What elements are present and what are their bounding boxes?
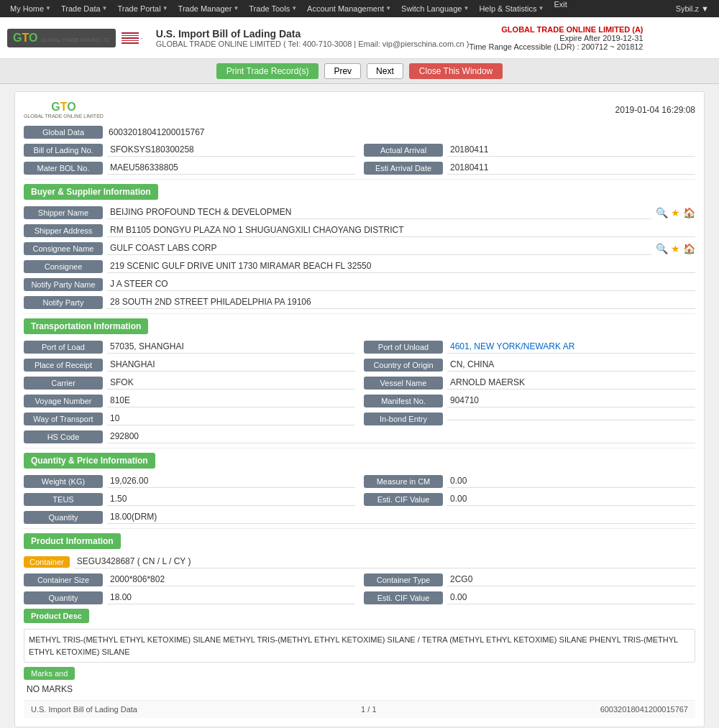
- nav-my-home[interactable]: My Home ▼: [6, 0, 55, 17]
- consignee-name-row: Consignee Name GULF COAST LABS CORP 🔍 ★ …: [24, 241, 695, 255]
- product-cif-value: 0.00: [447, 591, 695, 604]
- hs-code-value: 292800: [107, 430, 695, 443]
- quantity-label: Quantity: [24, 511, 103, 524]
- container-size-type-row: Container Size 2000*806*802 Container Ty…: [24, 573, 695, 586]
- header-bar: GTO GLOBAL TRADE ONLINE LTD - U.S. Impor…: [0, 17, 719, 59]
- consignee-icons: 🔍 ★ 🏠: [656, 243, 695, 254]
- consignee-row: Consignee 219 SCENIC GULF DRIVE UNIT 173…: [24, 259, 695, 273]
- product-desc-text: METHYL TRIS-(METHYL ETHYL KETOXIME) SILA…: [24, 629, 695, 663]
- port-load-value: 57035, SHANGHAI: [107, 340, 355, 354]
- top-navigation: My Home ▼ Trade Data ▼ Trade Portal ▼ Tr…: [0, 0, 719, 17]
- product-qty-label: Quantity: [24, 591, 103, 604]
- shipper-home-icon[interactable]: 🏠: [683, 207, 695, 218]
- inbond-value: [447, 417, 695, 420]
- consignee-name-value: GULF COAST LABS CORP: [107, 241, 651, 255]
- card-footer-id: 60032018041200015767: [600, 705, 688, 714]
- esti-arrival-label: Esti Arrival Date: [364, 162, 443, 175]
- main-content: GTO GLOBAL TRADE ONLINE LIMITED 2019-01-…: [0, 84, 719, 728]
- nav-switch-language[interactable]: Switch Language ▼: [397, 0, 473, 17]
- place-receipt-value: SHANGHAI: [107, 358, 355, 372]
- card-logo: GTO GLOBAL TRADE ONLINE LIMITED: [24, 101, 104, 119]
- nav-trade-portal[interactable]: Trade Portal ▼: [114, 0, 173, 17]
- inbond-label: In-bond Entry: [364, 413, 443, 425]
- way-transport-value: 10: [107, 412, 355, 425]
- weight-label: Weight (KG): [24, 475, 103, 488]
- bol-col: Bill of Lading No. SFOKSYS180300258: [24, 143, 355, 157]
- notify-party-value: 28 SOUTH 2ND STREET PHILADELPHIA PA 1910…: [107, 295, 695, 309]
- vessel-name-value: ARNOLD MAERSK: [447, 376, 695, 390]
- container-type-label: Container Type: [364, 573, 443, 586]
- container-type-value: 2CG0: [447, 573, 695, 586]
- voyage-value: 810E: [107, 394, 355, 407]
- nav-trade-manager[interactable]: Trade Manager ▼: [174, 0, 244, 17]
- expire-date: Expire After 2019-12-31: [469, 34, 643, 42]
- shipper-star-icon[interactable]: ★: [671, 207, 680, 218]
- receipt-origin-row: Place of Receipt SHANGHAI Country of Ori…: [24, 358, 695, 372]
- bol-label: Bill of Lading No.: [24, 144, 103, 157]
- global-data-label: Global Data: [24, 126, 103, 139]
- master-bol-col: Mater BOL No. MAEU586338805: [24, 161, 355, 175]
- nav-trade-data[interactable]: Trade Data ▼: [57, 0, 112, 17]
- container-row: Container SEGU3428687 ( CN / L / CY ): [24, 555, 695, 568]
- product-cif-label: Esti. CIF Value: [364, 591, 443, 604]
- product-desc-label: Product Desc: [24, 609, 89, 623]
- esti-arrival-value: 20180411: [447, 161, 695, 175]
- notify-party-name-label: Notify Party Name: [24, 278, 103, 291]
- buyer-supplier-header: Buyer & Supplier Information: [24, 184, 158, 200]
- product-info-section: Product Information Container SEGU342868…: [24, 533, 695, 696]
- prev-button-top[interactable]: Prev: [324, 63, 361, 79]
- voyage-label: Voyage Number: [24, 395, 103, 407]
- notify-party-name-row: Notify Party Name J A STEER CO: [24, 277, 695, 291]
- notify-party-name-value: J A STEER CO: [107, 277, 695, 291]
- next-button-top[interactable]: Next: [367, 63, 403, 79]
- carrier-vessel-row: Carrier SFOK Vessel Name ARNOLD MAERSK: [24, 376, 695, 390]
- quantity-row: Quantity 18.00(DRM): [24, 510, 695, 524]
- logo-text: GTO: [13, 32, 41, 44]
- consignee-home-icon[interactable]: 🏠: [683, 243, 695, 254]
- container-size-label: Container Size: [24, 573, 103, 586]
- nav-help-statistics[interactable]: Help & Statistics ▼: [475, 0, 548, 17]
- print-button-top[interactable]: Print Trade Record(s): [216, 63, 319, 79]
- teus-cif-row: TEUS 1.50 Esti. CIF Value 0.00: [24, 492, 695, 506]
- container-button[interactable]: Container: [24, 556, 70, 568]
- consignee-value: 219 SCENIC GULF DRIVE UNIT 1730 MIRAMAR …: [107, 259, 695, 273]
- shipper-icons: 🔍 ★ 🏠: [656, 207, 695, 218]
- consignee-star-icon[interactable]: ★: [671, 243, 680, 254]
- marks-label: Marks and: [24, 667, 75, 680]
- manifest-label: Manifest No.: [364, 395, 443, 407]
- product-qty-cif-row: Quantity 18.00 Esti. CIF Value 0.00: [24, 591, 695, 604]
- marks-value: NO MARKS: [24, 683, 695, 696]
- measure-cm-label: Measure in CM: [364, 475, 443, 488]
- global-data-value: 60032018041200015767: [103, 126, 210, 139]
- master-bol-label: Mater BOL No.: [24, 162, 103, 175]
- shipper-search-icon[interactable]: 🔍: [656, 207, 668, 218]
- way-inbond-row: Way of Transport 10 In-bond Entry: [24, 412, 695, 425]
- nav-user[interactable]: Sybil.z ▼: [672, 4, 713, 13]
- nav-trade-tools[interactable]: Trade Tools ▼: [244, 0, 301, 17]
- top-toolbar: Print Trade Record(s) Prev Next Close Th…: [0, 59, 719, 84]
- close-button-top[interactable]: Close This Window: [409, 63, 503, 79]
- shipper-address-row: Shipper Address RM B1105 DONGYU PLAZA NO…: [24, 224, 695, 237]
- country-origin-value: CN, CHINA: [447, 358, 695, 372]
- nav-exit[interactable]: Exit: [549, 0, 571, 17]
- quantity-price-section: Quantity & Price Information Weight (KG)…: [24, 453, 695, 524]
- main-card: GTO GLOBAL TRADE ONLINE LIMITED 2019-01-…: [14, 91, 705, 727]
- container-value: SEGU3428687 ( CN / L / CY ): [74, 555, 695, 568]
- nav-account-management[interactable]: Account Management ▼: [303, 0, 395, 17]
- actual-arrival-label: Actual Arrival: [364, 144, 443, 157]
- header-title-area: U.S. Import Bill of Lading Data GLOBAL T…: [149, 28, 470, 48]
- actual-arrival-col: Actual Arrival 20180411: [364, 143, 695, 157]
- country-origin-label: Country of Origin: [364, 359, 443, 372]
- product-qty-value: 18.00: [107, 591, 355, 604]
- card-header-row: GTO GLOBAL TRADE ONLINE LIMITED 2019-01-…: [24, 101, 695, 119]
- global-data-row: Global Data 60032018041200015767: [24, 126, 695, 139]
- way-transport-label: Way of Transport: [24, 413, 103, 425]
- esti-cif-value: 0.00: [447, 492, 695, 506]
- master-bol-row: Mater BOL No. MAEU586338805 Esti Arrival…: [24, 161, 695, 175]
- consignee-search-icon[interactable]: 🔍: [656, 243, 668, 254]
- card-footer-source: U.S. Import Bill of Lading Data: [31, 705, 137, 714]
- card-footer: U.S. Import Bill of Lading Data 1 / 1 60…: [24, 700, 695, 718]
- page-title: U.S. Import Bill of Lading Data: [156, 28, 470, 40]
- flag-area: -: [122, 32, 143, 44]
- marks-section: Marks and NO MARKS: [24, 663, 695, 696]
